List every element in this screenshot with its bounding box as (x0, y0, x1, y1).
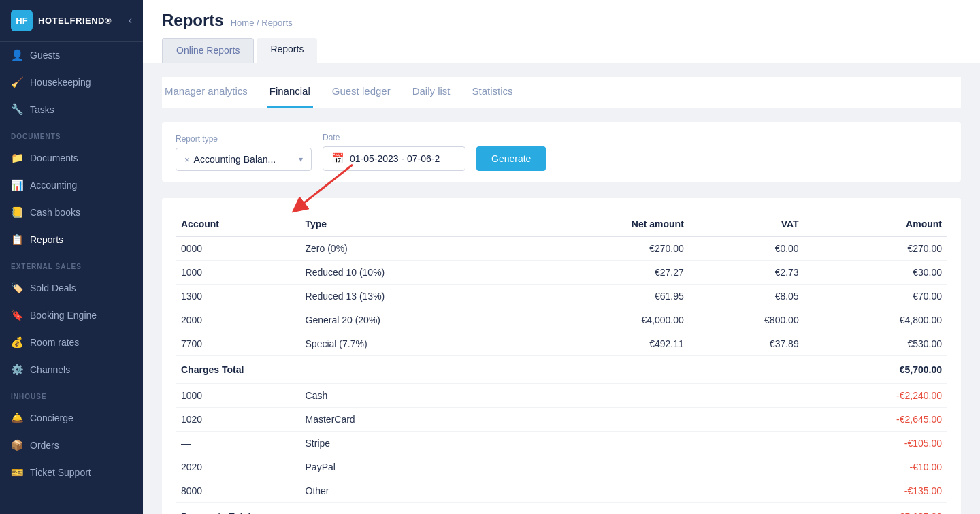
payment-row: 8000 Other -€135.00 (176, 479, 947, 503)
accounting-icon: 📊 (11, 179, 23, 191)
sidebar-item-tasks[interactable]: 🔧 Tasks (0, 96, 143, 123)
cell-account: 2000 (176, 308, 300, 332)
tab-financial[interactable]: Financial (267, 77, 313, 108)
cell-account: 2020 (176, 455, 300, 479)
generate-button[interactable]: Generate (476, 146, 546, 171)
sidebar-item-reports[interactable]: 📋 Reports (0, 226, 143, 253)
cell-vat: €2.73 (689, 261, 804, 285)
sidebar-item-documents[interactable]: 📁 Documents (0, 144, 143, 172)
cell-account: 1000 (176, 261, 300, 285)
tab-guest-ledger[interactable]: Guest ledger (329, 77, 393, 108)
tab-reports[interactable]: Reports (257, 38, 317, 63)
col-net-amount: Net amount (529, 212, 689, 237)
sidebar-item-tasks-label: Tasks (30, 104, 54, 115)
guests-icon: 👤 (11, 49, 23, 61)
sidebar-item-cash-books[interactable]: 📒 Cash books (0, 199, 143, 226)
col-vat: VAT (689, 212, 804, 237)
payment-row: — Stripe -€105.00 (176, 432, 947, 455)
cell-account: 0000 (176, 237, 300, 261)
sidebar-item-cash-books-label: Cash books (30, 207, 80, 218)
sidebar-item-guests[interactable]: 👤 Guests (0, 42, 143, 69)
cell-net-amount: €492.11 (529, 332, 689, 356)
cell-amount: €270.00 (804, 237, 947, 261)
chevron-down-icon: ▾ (299, 155, 303, 164)
cash-books-icon: 📒 (11, 206, 23, 219)
sidebar-item-concierge[interactable]: 🛎️ Concierge (0, 404, 143, 432)
tab-online-reports[interactable]: Online Reports (162, 38, 254, 63)
cell-amount: -€105.00 (804, 432, 947, 455)
charges-total-amount: €5,700.00 (804, 356, 947, 384)
tab-daily-list[interactable]: Daily list (410, 77, 453, 108)
documents-icon: 📁 (11, 152, 23, 164)
sidebar-item-reports-label: Reports (30, 234, 63, 245)
tab-manager-analytics[interactable]: Manager analytics (162, 77, 250, 108)
date-input[interactable]: 📅 01-05-2023 - 07-06-2 (323, 146, 466, 171)
sidebar-item-concierge-label: Concierge (30, 413, 74, 423)
sidebar-item-room-rates-label: Room rates (30, 337, 79, 348)
cell-empty (689, 455, 804, 479)
cell-amount: €70.00 (804, 285, 947, 308)
tasks-icon: 🔧 (11, 103, 23, 116)
cell-net-amount: €270.00 (529, 237, 689, 261)
cell-vat: €8.05 (689, 285, 804, 308)
payment-row: 2020 PayPal -€10.00 (176, 455, 947, 479)
breadcrumb-home[interactable]: Home (231, 18, 255, 28)
sub-tabs: Manager analytics Financial Guest ledger… (162, 77, 961, 108)
cell-amount: -€2,240.00 (804, 384, 947, 408)
sidebar-item-accounting[interactable]: 📊 Accounting (0, 172, 143, 199)
external-section-label: EXTERNAL SALES (0, 253, 143, 274)
tab-statistics[interactable]: Statistics (470, 77, 516, 108)
report-type-group: Report type × Accounting Balan... ▾ (176, 134, 312, 171)
page-title: Reports (162, 11, 224, 30)
logo-text: HOTELFRIEND® (38, 16, 112, 26)
cell-account: 1020 (176, 408, 300, 432)
cell-type: MasterCard (300, 408, 529, 432)
cell-vat: €800.00 (689, 308, 804, 332)
cell-net-amount: €27.27 (529, 261, 689, 285)
housekeeping-icon: 🧹 (11, 76, 23, 89)
financial-table: Account Type Net amount VAT Amount 0000 … (176, 212, 947, 514)
cell-amount: €4,800.00 (804, 308, 947, 332)
table-row: 0000 Zero (0%) €270.00 €0.00 €270.00 (176, 237, 947, 261)
cell-type: Zero (0%) (300, 237, 529, 261)
filter-row: Report type × Accounting Balan... ▾ Date… (162, 122, 961, 182)
cell-empty (689, 384, 804, 408)
cell-empty (529, 408, 689, 432)
report-type-value: Accounting Balan... (194, 154, 276, 165)
cell-vat: €37.89 (689, 332, 804, 356)
sidebar-logo: HF HOTELFRIEND® ‹ (0, 0, 143, 42)
breadcrumb-current: Reports (261, 18, 293, 28)
main-content: Reports Home / Reports Online Reports Re… (143, 0, 980, 514)
cell-type: Special (7.7%) (300, 332, 529, 356)
close-icon[interactable]: × (184, 155, 190, 165)
calendar-icon: 📅 (331, 152, 344, 165)
logo-icon: HF (11, 10, 33, 31)
cell-empty (689, 408, 804, 432)
sidebar-item-channels[interactable]: ⚙️ Channels (0, 356, 143, 383)
sidebar-item-sold-deals[interactable]: 🏷️ Sold Deals (0, 274, 143, 302)
sidebar-item-accounting-label: Accounting (30, 180, 77, 191)
sidebar-item-housekeeping[interactable]: 🧹 Housekeeping (0, 69, 143, 96)
payments-total-label: Payments Total (176, 503, 804, 515)
booking-engine-icon: 🔖 (11, 309, 23, 321)
cell-empty (529, 479, 689, 503)
reports-icon: 📋 (11, 234, 23, 246)
documents-section-label: DOCUMENTS (0, 123, 143, 144)
date-value: 01-05-2023 - 07-06-2 (350, 153, 440, 164)
sidebar-item-orders[interactable]: 📦 Orders (0, 432, 143, 459)
sidebar-item-booking-engine[interactable]: 🔖 Booking Engine (0, 302, 143, 329)
sidebar: HF HOTELFRIEND® ‹ 👤 Guests 🧹 Housekeepin… (0, 0, 143, 514)
sidebar-toggle[interactable]: ‹ (129, 14, 132, 27)
payment-row: 1000 Cash -€2,240.00 (176, 384, 947, 408)
sidebar-item-ticket-support[interactable]: 🎫 Ticket Support (0, 459, 143, 486)
report-type-select[interactable]: × Accounting Balan... ▾ (176, 148, 312, 171)
cell-amount: €530.00 (804, 332, 947, 356)
table-header-row: Account Type Net amount VAT Amount (176, 212, 947, 237)
payment-row: 1020 MasterCard -€2,645.00 (176, 408, 947, 432)
cell-vat: €0.00 (689, 237, 804, 261)
sidebar-item-documents-label: Documents (30, 152, 78, 163)
sidebar-item-room-rates[interactable]: 💰 Room rates (0, 329, 143, 356)
table-row: 7700 Special (7.7%) €492.11 €37.89 €530.… (176, 332, 947, 356)
cell-type: Reduced 10 (10%) (300, 261, 529, 285)
charges-total-row: Charges Total €5,700.00 (176, 356, 947, 384)
